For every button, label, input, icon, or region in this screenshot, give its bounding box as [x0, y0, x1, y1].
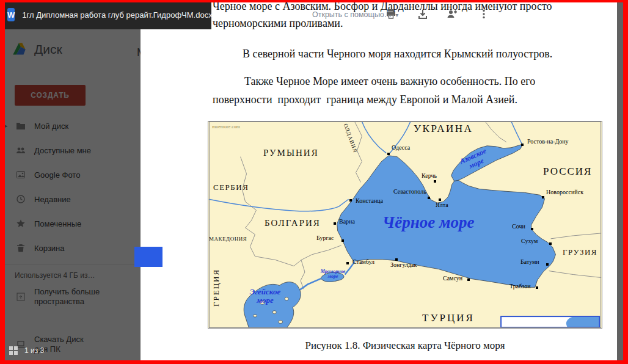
- more-vert-icon: [480, 8, 487, 20]
- paragraph-line: В северной части Черного моря находится …: [243, 48, 552, 60]
- sea-label: Чёрное море: [382, 214, 474, 231]
- country-label: ГРУЗИЯ: [563, 248, 597, 256]
- sea-label: Эгейское море: [241, 288, 289, 304]
- country-label: ГРЕЦИЯ: [212, 269, 220, 307]
- city-marker: [542, 196, 544, 198]
- country-label: РОССИЯ: [543, 166, 592, 177]
- city-label: Одесса: [392, 145, 410, 151]
- city-marker: [341, 239, 344, 242]
- city-label: Батуми: [520, 259, 539, 265]
- paragraph-line: поверхности проходит граница между Европ…: [213, 93, 517, 106]
- city-marker: [549, 242, 552, 245]
- country-label: СЕРБИЯ: [213, 183, 249, 191]
- screen: Диск М СОЗДАТЬ ▸ Мой диск Доступные мне …: [0, 0, 628, 364]
- red-frame-left: [0, 0, 5, 364]
- city-label: Трабзон: [509, 283, 531, 289]
- print-icon: [385, 8, 397, 20]
- red-frame-right: [623, 0, 628, 364]
- city-label: Зонгулдак: [390, 262, 417, 268]
- city-label: Ростов-на-Дону: [527, 139, 569, 145]
- city-marker: [387, 153, 390, 155]
- city-marker: [434, 180, 436, 183]
- open-with-label: Открыть с помощью…: [312, 10, 392, 19]
- thumbnail-grid-icon[interactable]: [9, 346, 18, 355]
- blue-panel-fragment: [134, 247, 162, 267]
- share-add-person-button[interactable]: [446, 8, 458, 22]
- country-label: РУМЫНИЯ: [263, 148, 319, 158]
- city-label: Новороссийск: [546, 189, 583, 195]
- city-marker: [428, 197, 430, 199]
- page-indicator: 1 из 3: [9, 346, 44, 355]
- city-label: Севастополь: [393, 189, 426, 195]
- country-label: УКРАИНА: [414, 123, 473, 134]
- sea-label: Мраморное море: [318, 269, 348, 280]
- document-title: 1гл Дипломная работа глуб рерайт.ГидрофЧ…: [22, 10, 212, 20]
- city-label: Самсун: [443, 275, 462, 282]
- city-marker: [467, 278, 470, 281]
- country-label: БОЛГАРИЯ: [265, 219, 321, 228]
- city-label: Варна: [339, 219, 355, 225]
- city-marker: [536, 286, 538, 289]
- download-button[interactable]: [417, 8, 429, 22]
- more-options-button[interactable]: [480, 8, 487, 22]
- country-label: ТУРЦИЯ: [422, 313, 475, 323]
- red-frame-bottom: [0, 360, 628, 364]
- print-button[interactable]: [385, 8, 397, 22]
- city-marker: [531, 228, 533, 230]
- black-sea-map: moemore.com ОЛДАВИЯ УКРАИНА РУМЫНИЯ СЕРБ…: [208, 121, 602, 329]
- city-label: Бургас: [316, 235, 334, 241]
- city-label: Ялта: [436, 202, 448, 208]
- city-marker: [346, 262, 349, 264]
- city-label: Констанца: [356, 198, 383, 204]
- city-marker: [439, 198, 441, 201]
- map-inset-box: [501, 316, 599, 327]
- figure-caption: Рисунок 1.8. Физическая карта Чёрного мо…: [208, 340, 602, 352]
- city-label: Стамбул: [352, 259, 374, 265]
- red-frame-top: [0, 0, 628, 2]
- city-marker: [349, 199, 352, 202]
- city-marker: [521, 144, 524, 146]
- city-marker: [546, 263, 549, 266]
- city-label: Керчь: [422, 173, 437, 179]
- download-icon: [417, 8, 429, 20]
- paragraph-line: Также Черное Море имеет очень важную осо…: [244, 75, 535, 88]
- city-label: Сочи: [512, 224, 525, 230]
- country-label: МАКЕДОНИЯ: [209, 236, 247, 242]
- word-file-icon: W: [7, 8, 15, 21]
- page-count-label: 1 из 3: [24, 346, 44, 355]
- person-add-icon: [446, 8, 458, 20]
- city-marker: [334, 222, 336, 225]
- map-watermark: moemore.com: [212, 124, 240, 129]
- document-page: Черное море с Азовским. Босфор и Дардане…: [141, 0, 617, 364]
- city-marker: [395, 258, 398, 261]
- preview-header: W 1гл Дипломная работа глуб рерайт.Гидро…: [0, 0, 211, 29]
- city-label: Сухум: [521, 238, 538, 244]
